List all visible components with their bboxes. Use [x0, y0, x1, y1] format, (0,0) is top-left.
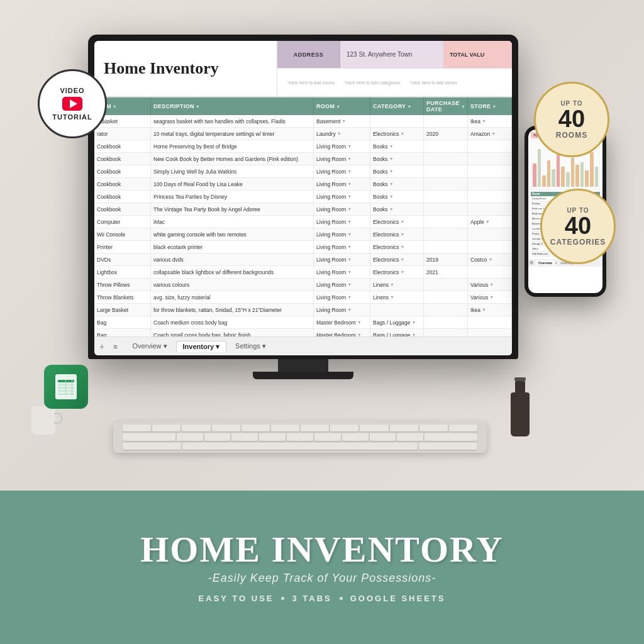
click-hint-rooms: *click here to add rooms [282, 80, 340, 85]
table-row: ComputeriMacLiving Room ▼Electronics ▼Ap… [94, 216, 512, 228]
table-cell: rator [94, 128, 151, 140]
chart-bar [552, 169, 555, 187]
monitor: Home Inventory ADDRESS 123 St. Anywhere … [88, 35, 518, 379]
table-cell: Books ▼ [370, 203, 424, 215]
top-section: VIDEO TUTORIAL UP TO 40 ROOMS UP TO 40 C… [0, 0, 644, 491]
table-cell: Apple ▼ [468, 216, 512, 228]
table-row: CookbookHome Preserving by Best of Bridg… [94, 140, 512, 153]
rooms-number: 40 [558, 107, 585, 131]
table-cell [468, 316, 512, 328]
key [231, 433, 258, 440]
key [360, 425, 388, 431]
key [123, 443, 181, 450]
table-cell [424, 279, 468, 291]
chart-bar [533, 164, 536, 187]
table-cell [424, 304, 468, 316]
table-cell: Lightbox [94, 266, 151, 278]
table-cell [468, 241, 512, 253]
tutorial-label: TUTORIAL [52, 113, 92, 121]
info-row: *click here to add rooms *click here to … [277, 69, 512, 96]
table-row: n Basketseagrass basket with two handles… [94, 115, 512, 128]
table-cell: avg. size, fuzzy material [151, 291, 314, 303]
chart-bar [561, 167, 565, 187]
hamburger-icon: ☰ [530, 260, 533, 265]
table-cell: Master Bedroom ▼ [314, 329, 370, 336]
tagline-part-3: GOOGLE SHEETS [350, 594, 446, 603]
chart-bar [575, 165, 579, 187]
table-cell: Master Bedroom ▼ [314, 316, 370, 328]
table-cell [424, 140, 468, 152]
bottle-body [511, 392, 530, 436]
key [242, 425, 270, 431]
table-cell [468, 178, 512, 190]
table-cell [468, 140, 512, 152]
table-row: Throw Blanketsavg. size, fuzzy materialL… [94, 291, 512, 304]
sheets-icon-inner [44, 365, 88, 409]
table-cell [424, 241, 468, 253]
key [182, 425, 210, 431]
col-header-store: Store ▼ [468, 97, 512, 115]
tagline-part-2: 3 TABS [292, 594, 331, 603]
monitor-stand [278, 359, 328, 372]
click-hint-stores: *click here to add stores [405, 80, 462, 85]
table-cell: 2019 [424, 253, 468, 265]
table-cell [424, 291, 468, 303]
table-cell: Laundry ▼ [314, 128, 370, 140]
bottom-title: HOME INVENTORY [140, 531, 504, 568]
table-cell: Large Basket [94, 304, 151, 316]
table-cell: various colours [151, 279, 314, 291]
table-cell: 10 metal trays, digital temperature sett… [151, 128, 314, 140]
table-row: CookbookSimply Living Well by Julia Watk… [94, 165, 512, 178]
tab-overview[interactable]: Overview ▾ [126, 341, 174, 352]
table-cell: 2021 [424, 266, 468, 278]
table-cell: Electronics ▼ [370, 228, 424, 240]
tab-settings[interactable]: Settings ▾ [229, 341, 272, 352]
add-tab-button[interactable]: + [99, 341, 104, 352]
key [314, 433, 341, 440]
table-cell: Linens ▼ [370, 291, 424, 303]
table-cell: Books ▼ [370, 153, 424, 165]
table-cell [468, 329, 512, 336]
spreadsheet-table: n Basketseagrass basket with two handles… [94, 115, 512, 336]
keyboard-row-2 [123, 433, 477, 440]
chart-bar [580, 162, 584, 187]
rooms-badge: UP TO 40 ROOMS [534, 82, 609, 157]
table-cell [370, 304, 424, 316]
phone-tab-overview[interactable]: Overview [536, 260, 554, 265]
svg-rect-6 [65, 380, 66, 395]
address-label: ADDRESS [277, 41, 340, 68]
sheets-svg [50, 371, 82, 402]
table-cell [424, 191, 468, 203]
key [342, 433, 369, 440]
table-cell: Living Room ▼ [314, 178, 370, 190]
address-value: 123 St. Anywhere Town [340, 41, 443, 68]
table-row: BagCoach small cross body bag, fabric fi… [94, 329, 512, 336]
video-label: VIDEO [60, 87, 84, 94]
video-tutorial-badge[interactable]: VIDEO TUTORIAL [38, 69, 107, 138]
table-cell: Electronics ▼ [370, 241, 424, 253]
table-cell: collapsable black lightbox w/ different … [151, 266, 314, 278]
chart-bar [547, 160, 551, 187]
table-row: Cookbook100 Days of Real Food by Lisa Le… [94, 178, 512, 191]
table-cell: Books ▼ [370, 140, 424, 152]
tab-inventory[interactable]: Inventory ▾ [176, 341, 227, 352]
key [123, 425, 151, 431]
key [152, 425, 180, 431]
mug-body [31, 406, 55, 435]
table-cell: Living Room ▼ [314, 279, 370, 291]
table-cell: Various ▼ [468, 279, 512, 291]
keyboard-row-1 [123, 425, 477, 431]
bottle-neck [515, 381, 525, 392]
table-cell: Costco ▼ [468, 253, 512, 265]
table-cell [468, 153, 512, 165]
col-header-date: Purchase Date ▼ [424, 97, 468, 115]
table-cell: white gaming console with two remotes [151, 228, 314, 240]
total-value-area: TOTAL VALU [443, 41, 512, 68]
table-cell: Cookbook [94, 140, 151, 152]
table-cell: seagrass basket with two handles with co… [151, 115, 314, 127]
table-cell [370, 115, 424, 127]
title-area: Home Inventory [94, 41, 277, 96]
table-cell: Living Room ▼ [314, 216, 370, 228]
key [259, 433, 286, 440]
table-cell: Bag [94, 329, 151, 336]
